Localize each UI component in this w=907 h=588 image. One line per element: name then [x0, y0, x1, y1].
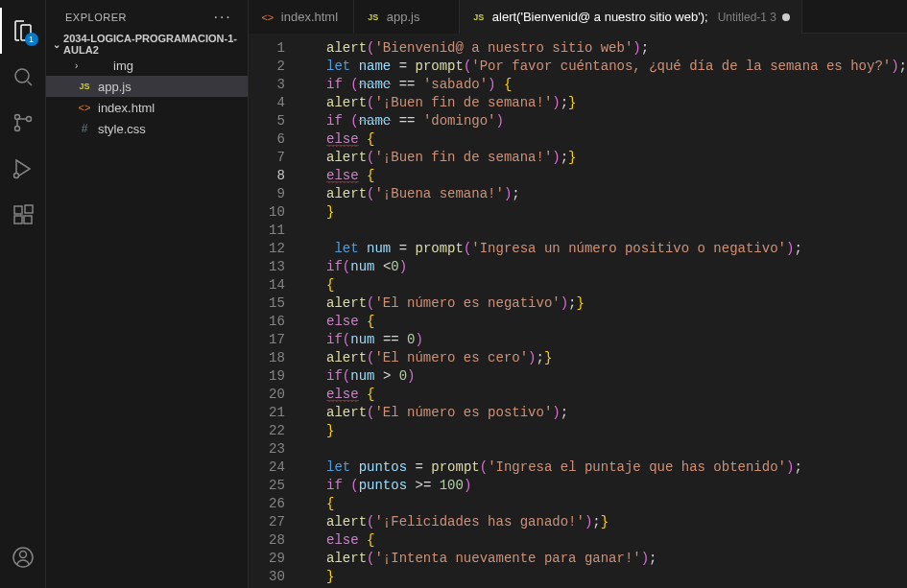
js-file-icon: JS	[471, 12, 487, 22]
sidebar: Explorer ··· ⌄ 2034-LOGICA-PROGRAMACION-…	[46, 0, 249, 588]
accounts-icon[interactable]	[0, 534, 46, 580]
code-content[interactable]: alert('Bienvenid@ a nuestro sitio web');…	[302, 39, 907, 588]
code-editor[interactable]: 1234567891011121314151617181920212223242…	[249, 34, 907, 588]
tree-item-file[interactable]: <> index.html	[46, 97, 248, 118]
tab-secondary: Untitled-1 3	[714, 11, 776, 24]
tab-bar: <> index.html JS app.js JS alert('Bienve…	[249, 0, 907, 34]
editor-area: <> index.html JS app.js JS alert('Bienve…	[249, 0, 907, 588]
run-debug-icon[interactable]	[0, 146, 46, 192]
svg-point-2	[26, 117, 31, 122]
tab-untitled[interactable]: JS alert('Bienvenid@ a nuestro sitio web…	[460, 0, 802, 34]
tab-index-html[interactable]: <> index.html	[249, 0, 354, 34]
tab-label: index.html	[281, 10, 342, 24]
chevron-right-icon: ›	[75, 60, 86, 71]
tab-app-js[interactable]: JS app.js	[354, 0, 460, 34]
js-file-icon: JS	[366, 12, 381, 22]
svg-rect-8	[25, 205, 33, 213]
explorer-icon[interactable]: 1	[0, 8, 46, 54]
chevron-down-icon: ⌄	[50, 39, 63, 50]
tree-item-file[interactable]: # style.css	[46, 118, 248, 139]
tree-item-label: app.js	[98, 80, 131, 94]
tree-item-folder[interactable]: › img	[46, 55, 248, 76]
extensions-icon[interactable]	[0, 192, 46, 238]
file-tree: › img JS app.js <> index.html # style.cs…	[46, 55, 248, 139]
explorer-badge: 1	[25, 33, 38, 46]
svg-point-0	[15, 69, 29, 82]
folder-root[interactable]: ⌄ 2034-LOGICA-PROGRAMACION-1-AULA2	[46, 34, 248, 55]
activity-bar: 1	[0, 0, 46, 588]
sidebar-header: Explorer ···	[46, 0, 248, 34]
sidebar-more-icon[interactable]: ···	[213, 9, 231, 26]
css-file-icon: #	[77, 122, 92, 135]
line-number-gutter: 1234567891011121314151617181920212223242…	[249, 39, 302, 588]
tree-item-label: index.html	[98, 101, 155, 115]
search-icon[interactable]	[0, 54, 46, 100]
svg-point-10	[19, 552, 26, 558]
tab-label: alert('Bienvenid@ a nuestro sitio web');	[492, 10, 708, 24]
folder-root-label: 2034-LOGICA-PROGRAMACION-1-AULA2	[63, 33, 248, 56]
svg-rect-6	[14, 216, 22, 223]
dirty-indicator-icon	[782, 13, 790, 21]
svg-point-3	[14, 127, 19, 131]
html-file-icon: <>	[260, 12, 275, 23]
svg-point-4	[13, 174, 18, 178]
svg-rect-5	[14, 206, 22, 214]
sidebar-title: Explorer	[65, 12, 127, 23]
tab-label: app.js	[387, 10, 447, 24]
svg-rect-7	[24, 216, 32, 223]
js-file-icon: JS	[77, 82, 92, 91]
tree-item-label: img	[113, 59, 133, 73]
html-file-icon: <>	[77, 102, 92, 113]
source-control-icon[interactable]	[0, 100, 46, 146]
tree-item-file[interactable]: JS app.js	[46, 76, 248, 97]
tree-item-label: style.css	[98, 122, 146, 136]
